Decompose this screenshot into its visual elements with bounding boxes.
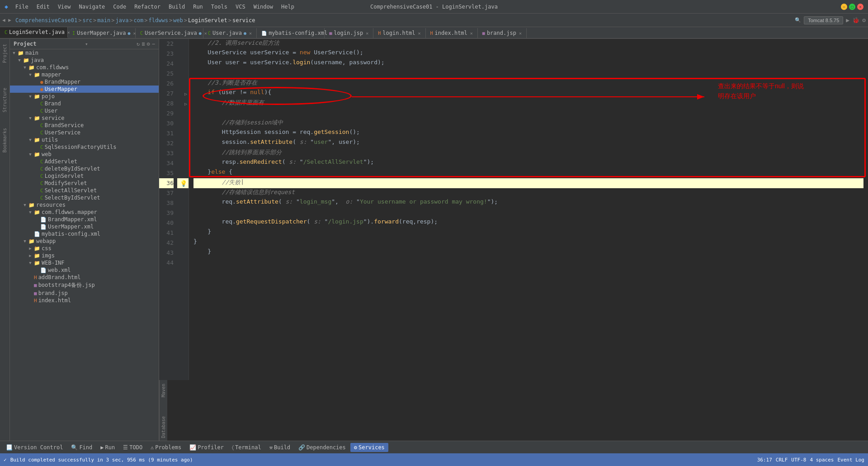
tree-item-deletebyid[interactable]: C deleteByIdServlet: [10, 165, 159, 172]
code-editor[interactable]: //2. 调用service层方法 UserService userServic…: [189, 39, 868, 380]
event-log-toggle[interactable]: Event Log: [837, 457, 864, 463]
breadcrumb-item-0[interactable]: ComprehensiveCase01: [15, 17, 77, 24]
tree-item-com[interactable]: ▼ 📁 com.fldwws: [10, 64, 159, 71]
tree-item-service-folder[interactable]: ▼ 📁 service: [10, 114, 159, 122]
tree-item-bootstrap[interactable]: ■ bootstrap4备份.jsp: [10, 281, 159, 290]
tree-item-mapper-folder[interactable]: ▼ 📁 mapper: [10, 71, 159, 78]
breadcrumb-item-1[interactable]: src: [82, 17, 92, 24]
settings-icon[interactable]: ⚙: [862, 17, 866, 24]
tree-item-css[interactable]: ▶ 📁 css: [10, 245, 159, 252]
tree-item-webxml[interactable]: 📄 web.xml: [10, 266, 159, 274]
tree-item-brandservice[interactable]: C BrandService: [10, 122, 159, 129]
tab-close-8[interactable]: ✕: [519, 31, 522, 36]
tree-item-selectall[interactable]: C SelectAllServlet: [10, 187, 159, 194]
menu-code[interactable]: Code: [109, 3, 130, 11]
tree-item-imgs[interactable]: ▶ 📁 imgs: [10, 252, 159, 259]
search-icon[interactable]: 🔍: [795, 17, 801, 23]
tab-brandjsp[interactable]: ■ brand.jsp ✕: [478, 28, 527, 38]
menu-view[interactable]: View: [54, 3, 75, 11]
tab-userservice[interactable]: C UserService.java ● ✕: [136, 28, 203, 38]
breadcrumb-item-3[interactable]: java: [115, 17, 128, 24]
tab-close-5[interactable]: ✕: [366, 31, 368, 36]
tree-item-java[interactable]: ▼ 📁 java: [10, 57, 159, 64]
bottom-tab-dependencies[interactable]: 🔗 Dependencies: [295, 443, 349, 452]
breadcrumb-item-5[interactable]: fldwws: [149, 17, 168, 24]
tree-item-brandmapper-xml[interactable]: 📄 BrandMapper.xml: [10, 216, 159, 223]
tab-close-3[interactable]: ✕: [249, 31, 252, 36]
menu-run[interactable]: Run: [189, 3, 207, 11]
menu-help[interactable]: Help: [278, 3, 298, 11]
tree-item-pojo[interactable]: ▼ 📁 pojo: [10, 93, 159, 100]
tree-item-brandjsp-tree[interactable]: ■ brand.jsp: [10, 290, 159, 297]
tree-item-resources[interactable]: ▼ 📁 resources: [10, 201, 159, 209]
breadcrumb-item-8[interactable]: service: [232, 17, 255, 24]
maximize-button[interactable]: □: [849, 4, 855, 10]
tomcat-button[interactable]: Tomcat 8.5.75: [804, 16, 843, 24]
breadcrumb-item-4[interactable]: com: [134, 17, 144, 24]
tree-item-utils[interactable]: ▼ 📁 utils: [10, 136, 159, 143]
tree-item-brand[interactable]: C Brand: [10, 100, 159, 107]
bottom-tab-profiler[interactable]: 📈 Profiler: [186, 443, 227, 452]
tab-close-6[interactable]: ✕: [418, 31, 421, 36]
database-panel-toggle[interactable]: Database: [160, 414, 167, 441]
indent-setting[interactable]: 4 spaces: [810, 457, 834, 463]
menu-file[interactable]: File: [12, 3, 32, 11]
tree-item-modifyservlet[interactable]: C ModifyServlet: [10, 180, 159, 187]
tab-mybatis[interactable]: 📄 mybatis-config.xml ✕: [257, 28, 325, 38]
gear-icon[interactable]: ⚙: [147, 41, 150, 47]
bottom-tab-run[interactable]: ▶ Run: [97, 443, 118, 452]
menu-window[interactable]: Window: [250, 3, 277, 11]
bottom-tab-versioncontrol[interactable]: 📃 Version Control: [2, 443, 66, 452]
tree-item-addservlet[interactable]: C AddServlet: [10, 158, 159, 165]
breadcrumb-item-6[interactable]: web: [173, 17, 183, 24]
tab-loginjsp[interactable]: ■ login.jsp ✕: [325, 28, 373, 38]
tree-item-web-folder[interactable]: ▼ 📁 web: [10, 151, 159, 158]
tree-item-loginservlet[interactable]: C LoginServlet: [10, 172, 159, 180]
tree-item-mybatis-xml[interactable]: 📄 mybatis-config.xml: [10, 230, 159, 238]
tree-item-resources-mapper[interactable]: ▼ 📁 com.fldwws.mapper: [10, 209, 159, 216]
bottom-tab-find[interactable]: 🔍 Find: [67, 443, 96, 452]
tab-usermapper[interactable]: I UserMapper.java ● ✕: [68, 28, 136, 38]
bottom-tab-services[interactable]: ⚙ Services: [350, 443, 388, 452]
bottom-tab-build[interactable]: ⚒ Build: [266, 443, 294, 452]
tab-loginhtml[interactable]: H login.html ✕: [373, 28, 425, 38]
hide-icon[interactable]: −: [152, 41, 155, 47]
close-button[interactable]: ✕: [857, 4, 863, 10]
tab-close-7[interactable]: ✕: [470, 31, 473, 36]
tree-item-addbrand[interactable]: H addBrand.html: [10, 274, 159, 281]
bottom-tab-todo[interactable]: ☰ TODO: [119, 443, 146, 452]
menu-tools[interactable]: Tools: [208, 3, 231, 11]
tree-item-brandmapper[interactable]: ● BrandMapper: [10, 78, 159, 86]
tree-item-webinf[interactable]: ▼ 📁 WEB-INF: [10, 259, 159, 266]
breadcrumb-item-7[interactable]: LoginServlet: [188, 17, 227, 24]
sync-icon[interactable]: ↻: [137, 41, 140, 47]
tree-item-usermapper-xml[interactable]: 📄 UserMapper.xml: [10, 223, 159, 230]
menu-build[interactable]: Build: [165, 3, 189, 11]
menu-edit[interactable]: Edit: [33, 3, 53, 11]
tree-item-user[interactable]: C User: [10, 107, 159, 114]
tab-indexhtml[interactable]: H index.html ✕: [426, 28, 478, 38]
line-ending[interactable]: CRLF: [776, 457, 788, 463]
tree-item-sqlsession[interactable]: C SqlSessionFactoryUtils: [10, 143, 159, 151]
encoding[interactable]: UTF-8: [791, 457, 806, 463]
bottom-tab-terminal[interactable]: 〈 Terminal: [228, 443, 265, 452]
menu-navigate[interactable]: Navigate: [75, 3, 109, 11]
menu-refactor[interactable]: Refactor: [131, 3, 164, 11]
code-container[interactable]: 22 23 24 25 26 27 28 29 30 31 32 33 34 3…: [159, 39, 868, 380]
breadcrumb-item-2[interactable]: main: [97, 17, 110, 24]
maven-panel-toggle[interactable]: Maven: [160, 381, 167, 400]
minimize-button[interactable]: −: [841, 4, 847, 10]
tree-item-usermapper[interactable]: ● UserMapper: [10, 86, 159, 93]
structure-panel-toggle[interactable]: Structure: [1, 85, 8, 115]
tab-loginservlet[interactable]: C LoginServlet.java ✕: [0, 27, 68, 38]
tree-item-indexhtml-tree[interactable]: H index.html: [10, 297, 159, 304]
tree-item-userservice[interactable]: C UserService: [10, 129, 159, 136]
bookmarks-panel-toggle[interactable]: Bookmarks: [1, 125, 8, 155]
run-icon[interactable]: ▶: [846, 17, 849, 24]
tab-user[interactable]: C User.java ● ✕: [203, 28, 257, 38]
menu-vcs[interactable]: VCS: [232, 3, 249, 11]
project-panel-toggle[interactable]: Project: [1, 41, 8, 66]
tree-item-webapp[interactable]: ▼ 📁 webapp: [10, 238, 159, 245]
collapse-icon[interactable]: ≣: [142, 41, 145, 47]
tree-item-selectbyid[interactable]: C SelectByIdServlet: [10, 194, 159, 201]
